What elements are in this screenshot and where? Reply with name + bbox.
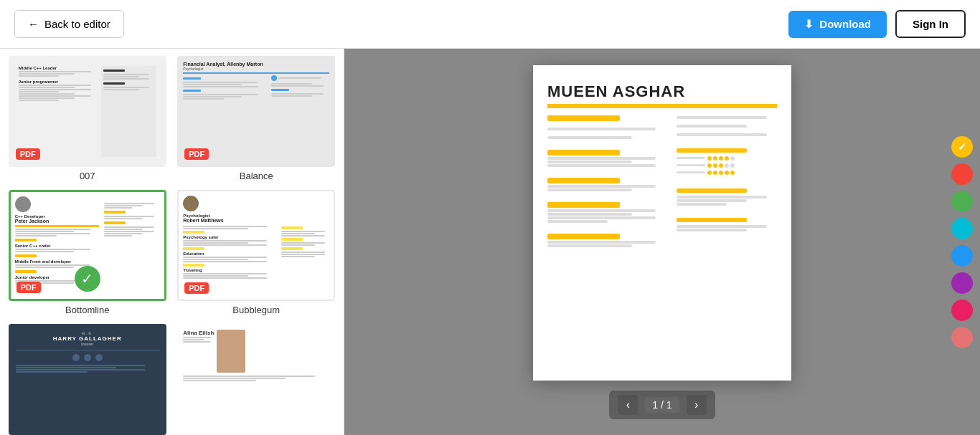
current-page: 1 <box>652 399 658 411</box>
page-indicator: 1 / 1 <box>645 397 679 413</box>
template-item-bottomline[interactable]: C++ Developer Peter Jackson Senior C++ c… <box>7 190 168 315</box>
swatch-yellow[interactable]: ✓ <box>951 136 973 158</box>
signin-button[interactable]: Sign In <box>895 10 966 38</box>
template-thumb-bottomline[interactable]: C++ Developer Peter Jackson Senior C++ c… <box>9 190 166 301</box>
preview-accent-bar <box>547 104 777 108</box>
swatch-red[interactable] <box>951 163 973 185</box>
swatch-pink[interactable] <box>951 300 973 321</box>
template-name-bubblegum: Bubblegum <box>232 305 280 315</box>
preview-panel: MUEEN ASGHAR <box>344 49 980 435</box>
template-item-007[interactable]: Middle C++ Leader Junior programmer <box>7 56 168 181</box>
next-page-button[interactable]: › <box>687 395 707 415</box>
swatch-green[interactable] <box>951 191 973 212</box>
download-icon: ⬇ <box>804 18 814 31</box>
preview-section-5 <box>547 234 620 239</box>
template-item-balance[interactable]: Financial Analyst, Allenby Marton Psycho… <box>176 56 337 181</box>
header: ← Back to editor ⬇ Download Sign In <box>0 0 980 49</box>
total-pages: 1 <box>666 399 672 411</box>
preview-section-3 <box>547 178 620 183</box>
preview-paper: MUEEN ASGHAR <box>533 65 791 381</box>
template-list: Middle C++ Leader Junior programmer <box>0 49 344 435</box>
template-thumb-balance[interactable]: Financial Analyst, Allenby Marton Psycho… <box>177 56 335 167</box>
template-name-007: 007 <box>80 171 95 181</box>
page-separator: / <box>661 399 666 411</box>
template-item-alina[interactable]: Alina Eilish Alina <box>176 324 337 435</box>
back-label: Back to editor <box>44 18 110 30</box>
main-content: Middle C++ Leader Junior programmer <box>0 49 980 435</box>
template-name-bottomline: Bottomline <box>65 305 109 315</box>
template-thumb-alina[interactable]: Alina Eilish <box>177 324 335 435</box>
preview-section-1 <box>547 115 620 121</box>
template-thumb-bubblegum[interactable]: Psychologist Robert Matthews Psychology … <box>177 190 335 301</box>
template-thumb-007[interactable]: Middle C++ Leader Junior programmer <box>9 56 166 167</box>
template-thumb-harry[interactable]: H.G HARRY GALLAGHER Insurer <box>9 324 166 435</box>
template-name-balance: Balance <box>240 171 273 181</box>
header-actions: ⬇ Download Sign In <box>788 10 966 38</box>
swatch-purple[interactable] <box>951 272 973 294</box>
preview-section-4 <box>547 202 620 208</box>
preview-candidate-name: MUEEN ASGHAR <box>547 82 777 101</box>
swatch-cyan[interactable] <box>951 218 973 239</box>
prev-page-button[interactable]: ‹ <box>618 395 638 415</box>
download-button[interactable]: ⬇ Download <box>788 11 887 38</box>
arrow-left-icon: ← <box>28 18 39 30</box>
signin-label: Sign In <box>913 18 948 30</box>
back-to-editor-button[interactable]: ← Back to editor <box>14 10 124 38</box>
template-item-bubblegum[interactable]: Psychologist Robert Matthews Psychology … <box>176 190 337 315</box>
selected-check-bottomline: ✓ <box>75 266 100 292</box>
pagination: ‹ 1 / 1 › <box>609 391 715 419</box>
swatch-light-red[interactable] <box>951 327 973 348</box>
download-label: Download <box>819 18 871 30</box>
preview-section-2 <box>547 150 620 156</box>
swatch-blue[interactable] <box>951 245 973 267</box>
template-item-harry[interactable]: H.G HARRY GALLAGHER Insurer <box>7 324 168 435</box>
color-swatches: ✓ <box>951 136 973 348</box>
